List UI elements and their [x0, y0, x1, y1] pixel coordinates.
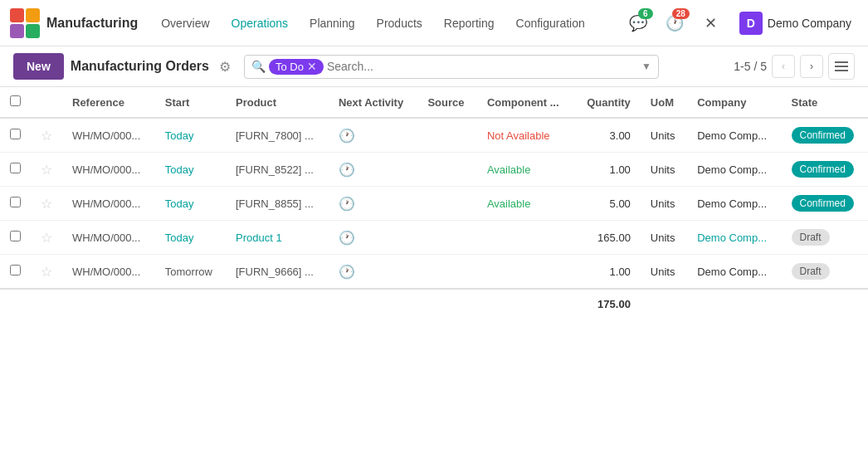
- pagination: 1-5 / 5 ‹ ›: [734, 53, 855, 80]
- row-state: Confirmed: [782, 118, 869, 153]
- search-dropdown-icon[interactable]: ▼: [641, 61, 651, 72]
- list-view-button[interactable]: [828, 53, 855, 80]
- row-checkbox[interactable]: [10, 265, 21, 275]
- row-reference[interactable]: WH/MO/000...: [62, 187, 155, 221]
- row-company[interactable]: Demo Comp...: [687, 255, 781, 290]
- header-start[interactable]: Start: [155, 87, 226, 118]
- row-star-cell[interactable]: ☆: [31, 118, 62, 153]
- star-icon[interactable]: ☆: [41, 129, 52, 143]
- company-selector[interactable]: D Demo Company: [733, 8, 858, 38]
- table-row: ☆ WH/MO/000... Today [FURN_8522] ... 🕐 A…: [0, 153, 868, 187]
- row-product[interactable]: [FURN_7800] ...: [226, 118, 329, 153]
- header-next-activity[interactable]: Next Activity: [329, 87, 417, 118]
- row-start[interactable]: Today: [155, 221, 226, 255]
- row-next-activity[interactable]: 🕐: [329, 153, 417, 187]
- messages-button[interactable]: 💬 6: [623, 8, 653, 38]
- header-select-all[interactable]: [0, 87, 31, 118]
- activity-icon[interactable]: 🕐: [339, 197, 355, 211]
- row-checkbox-cell[interactable]: [0, 153, 31, 187]
- row-state: Draft: [782, 221, 869, 255]
- header-component[interactable]: Component ...: [477, 87, 573, 118]
- nav-operations[interactable]: Operations: [222, 12, 298, 35]
- row-checkbox-cell[interactable]: [0, 118, 31, 153]
- nav-overview[interactable]: Overview: [151, 12, 219, 35]
- header-product[interactable]: Product: [226, 87, 329, 118]
- row-start[interactable]: Today: [155, 118, 226, 153]
- row-quantity: 3.00: [573, 118, 641, 153]
- row-reference[interactable]: WH/MO/000...: [62, 221, 155, 255]
- row-checkbox[interactable]: [10, 163, 21, 173]
- state-badge: Draft: [792, 263, 830, 280]
- clock-button[interactable]: 🕐 28: [660, 8, 690, 38]
- page-title: Manufacturing Orders: [71, 59, 209, 74]
- svg-rect-0: [10, 8, 24, 22]
- star-icon[interactable]: ☆: [41, 163, 52, 177]
- header-company[interactable]: Company: [687, 87, 781, 118]
- row-reference[interactable]: WH/MO/000...: [62, 153, 155, 187]
- new-button[interactable]: New: [13, 53, 64, 80]
- prev-page-button[interactable]: ‹: [772, 55, 795, 78]
- row-checkbox-cell[interactable]: [0, 255, 31, 290]
- row-component: Available: [477, 187, 573, 221]
- row-reference[interactable]: WH/MO/000...: [62, 255, 155, 290]
- row-company[interactable]: Demo Comp...: [687, 153, 781, 187]
- row-checkbox[interactable]: [10, 129, 21, 139]
- brand[interactable]: Manufacturing: [10, 8, 138, 38]
- nav-planning[interactable]: Planning: [300, 12, 365, 35]
- row-star-cell[interactable]: ☆: [31, 187, 62, 221]
- row-next-activity[interactable]: 🕐: [329, 221, 417, 255]
- next-page-button[interactable]: ›: [800, 55, 823, 78]
- row-uom: Units: [641, 118, 687, 153]
- filter-chip-remove[interactable]: ✕: [307, 61, 317, 72]
- row-reference[interactable]: WH/MO/000...: [62, 118, 155, 153]
- row-company[interactable]: Demo Comp...: [687, 221, 781, 255]
- row-next-activity[interactable]: 🕐: [329, 255, 417, 290]
- header-uom[interactable]: UoM: [641, 87, 687, 118]
- star-icon[interactable]: ☆: [41, 197, 52, 211]
- row-checkbox[interactable]: [10, 197, 21, 207]
- row-star-cell[interactable]: ☆: [31, 153, 62, 187]
- activity-icon[interactable]: 🕐: [339, 231, 355, 245]
- row-next-activity[interactable]: 🕐: [329, 187, 417, 221]
- select-all-checkbox[interactable]: [10, 95, 21, 106]
- activity-icon[interactable]: 🕐: [339, 129, 355, 143]
- row-checkbox-cell[interactable]: [0, 221, 31, 255]
- header-reference[interactable]: Reference: [62, 87, 155, 118]
- nav-reporting[interactable]: Reporting: [434, 12, 505, 35]
- header-source[interactable]: Source: [417, 87, 477, 118]
- nav-right: 💬 6 🕐 28 ✕ D Demo Company: [623, 8, 858, 38]
- row-start[interactable]: Today: [155, 187, 226, 221]
- header-state[interactable]: State: [782, 87, 869, 118]
- activity-icon[interactable]: 🕐: [339, 163, 355, 177]
- row-next-activity[interactable]: 🕐: [329, 118, 417, 153]
- activity-icon[interactable]: 🕐: [339, 265, 355, 279]
- row-company[interactable]: Demo Comp...: [687, 187, 781, 221]
- star-icon[interactable]: ☆: [41, 265, 52, 279]
- row-checkbox[interactable]: [10, 231, 21, 241]
- star-icon[interactable]: ☆: [41, 231, 52, 245]
- row-star-cell[interactable]: ☆: [31, 255, 62, 290]
- total-spacer: [641, 289, 868, 319]
- row-state: Draft: [782, 255, 869, 290]
- row-start[interactable]: Today: [155, 153, 226, 187]
- row-source: [417, 153, 477, 187]
- row-product[interactable]: Product 1: [226, 221, 329, 255]
- row-checkbox-cell[interactable]: [0, 187, 31, 221]
- page-settings-icon[interactable]: ⚙: [219, 59, 231, 75]
- row-product[interactable]: [FURN_8522] ...: [226, 153, 329, 187]
- svg-rect-1: [26, 8, 40, 22]
- row-star-cell[interactable]: ☆: [31, 221, 62, 255]
- row-product[interactable]: [FURN_8855] ...: [226, 187, 329, 221]
- nav-configuration[interactable]: Configuration: [506, 12, 595, 35]
- state-badge: Draft: [792, 229, 830, 246]
- row-product[interactable]: [FURN_9666] ...: [226, 255, 329, 290]
- header-quantity[interactable]: Quantity: [573, 87, 641, 118]
- filter-chip-todo[interactable]: To Do ✕: [269, 59, 324, 75]
- row-uom: Units: [641, 255, 687, 290]
- row-start[interactable]: Tomorrow: [155, 255, 226, 290]
- nav-products[interactable]: Products: [367, 12, 432, 35]
- search-input[interactable]: [327, 60, 638, 73]
- row-company[interactable]: Demo Comp...: [687, 118, 781, 153]
- table-header-row: Reference Start Product Next Activity So…: [0, 87, 868, 118]
- settings-nav-button[interactable]: ✕: [696, 8, 726, 38]
